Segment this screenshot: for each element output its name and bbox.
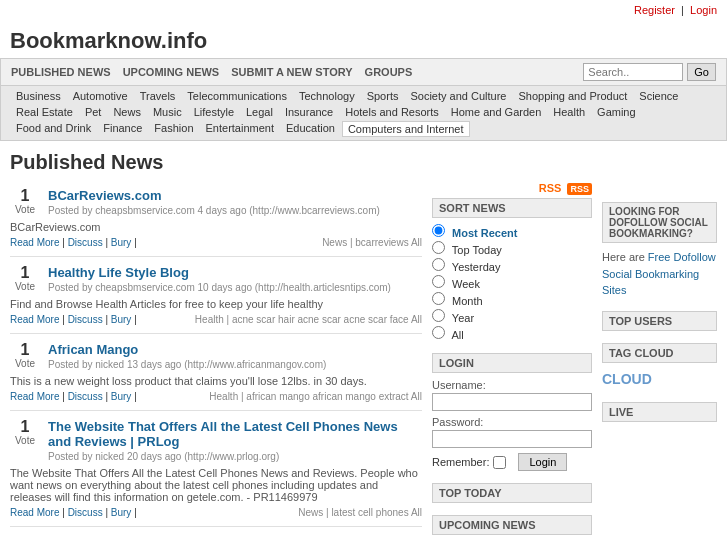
cat-hotels[interactable]: Hotels and Resorts bbox=[340, 105, 444, 119]
news-title[interactable]: The Website That Offers All the Latest C… bbox=[48, 419, 398, 449]
nav-upcoming-news[interactable]: UPCOMING NEWS bbox=[123, 66, 220, 78]
sort-most-recent[interactable]: Most Recent bbox=[432, 224, 592, 239]
cat-insurance[interactable]: Insurance bbox=[280, 105, 338, 119]
sort-month-radio[interactable] bbox=[432, 292, 445, 305]
cat-pet[interactable]: Pet bbox=[80, 105, 107, 119]
vote-count: 1 bbox=[10, 419, 40, 435]
cat-lifestyle[interactable]: Lifestyle bbox=[189, 105, 239, 119]
cat-society[interactable]: Society and Culture bbox=[405, 89, 511, 103]
bury-link[interactable]: Bury bbox=[111, 314, 132, 325]
news-item: 1 Vote BCarReviews.com Posted by cheapsb… bbox=[10, 180, 422, 257]
site-title: Bookmarknow.info bbox=[10, 28, 717, 54]
sort-year-radio[interactable] bbox=[432, 309, 445, 322]
sort-week-label: Week bbox=[452, 278, 480, 290]
content-area: 1 Vote BCarReviews.com Posted by cheapsb… bbox=[10, 180, 422, 545]
read-more-link[interactable]: Read More bbox=[10, 314, 59, 325]
cat-computers[interactable]: Computers and Internet bbox=[342, 121, 470, 137]
login-button[interactable]: Login bbox=[518, 453, 567, 471]
cat-education[interactable]: Education bbox=[281, 121, 340, 137]
cat-telecom[interactable]: Telecommunications bbox=[182, 89, 292, 103]
username-input[interactable] bbox=[432, 393, 592, 411]
read-more-link[interactable]: Read More bbox=[10, 391, 59, 402]
rss-icon: RSS bbox=[567, 183, 592, 195]
sort-year[interactable]: Year bbox=[432, 309, 592, 324]
cat-food[interactable]: Food and Drink bbox=[11, 121, 96, 137]
cat-gaming[interactable]: Gaming bbox=[592, 105, 641, 119]
sort-most-recent-label: Most Recent bbox=[452, 227, 517, 239]
middle-sidebar: RSS RSS SORT NEWS Most Recent Top Today … bbox=[432, 180, 592, 545]
cat-entertainment[interactable]: Entertainment bbox=[201, 121, 279, 137]
sort-all[interactable]: All bbox=[432, 326, 592, 341]
bury-link[interactable]: Bury bbox=[111, 391, 132, 402]
read-more-link[interactable]: Read More bbox=[10, 507, 59, 518]
news-tags: News | latest cell phones All bbox=[298, 507, 422, 518]
cat-fashion[interactable]: Fashion bbox=[149, 121, 198, 137]
sort-week[interactable]: Week bbox=[432, 275, 592, 290]
cat-music[interactable]: Music bbox=[148, 105, 187, 119]
password-input[interactable] bbox=[432, 430, 592, 448]
news-body: African Mango Posted by nicked 13 days a… bbox=[48, 342, 422, 370]
nav-groups[interactable]: GROUPS bbox=[365, 66, 413, 78]
sort-most-recent-radio[interactable] bbox=[432, 224, 445, 237]
cat-news[interactable]: News bbox=[108, 105, 146, 119]
sort-news-title: SORT NEWS bbox=[432, 198, 592, 218]
news-title[interactable]: Healthy Life Style Blog bbox=[48, 265, 189, 280]
vote-label: Vote bbox=[10, 204, 40, 215]
looking-for-text: Here are Free Dofollow Social Bookmarkin… bbox=[602, 249, 717, 299]
discuss-link[interactable]: Discuss bbox=[68, 314, 103, 325]
cat-legal[interactable]: Legal bbox=[241, 105, 278, 119]
news-item: 1 Vote African Mango Posted by nicked 13… bbox=[10, 334, 422, 411]
vote-box: 1 Vote bbox=[10, 419, 40, 446]
cat-homegarden[interactable]: Home and Garden bbox=[446, 105, 547, 119]
cat-realestate[interactable]: Real Estate bbox=[11, 105, 78, 119]
bury-link[interactable]: Bury bbox=[111, 237, 132, 248]
looking-for-section: LOOKING FOR DOFOLLOW SOCIAL BOOKMARKING?… bbox=[602, 202, 717, 299]
register-link[interactable]: Register bbox=[634, 4, 675, 16]
login-link[interactable]: Login bbox=[690, 4, 717, 16]
nav-published-news[interactable]: PUBLISHED NEWS bbox=[11, 66, 111, 78]
search-button[interactable]: Go bbox=[687, 63, 716, 81]
news-tags: Health | acne scar hair acne scar acne s… bbox=[195, 314, 422, 325]
news-title[interactable]: BCarReviews.com bbox=[48, 188, 161, 203]
sort-top-today[interactable]: Top Today bbox=[432, 241, 592, 256]
nav-submit-story[interactable]: SUBMIT A NEW STORY bbox=[231, 66, 352, 78]
nav-search: Go bbox=[583, 63, 716, 81]
right-sidebar: LOOKING FOR DOFOLLOW SOCIAL BOOKMARKING?… bbox=[602, 180, 717, 545]
sort-year-label: Year bbox=[452, 312, 474, 324]
sort-yesterday-label: Yesterday bbox=[452, 261, 501, 273]
news-desc: The Website That Offers All the Latest C… bbox=[10, 467, 422, 503]
sort-yesterday[interactable]: Yesterday bbox=[432, 258, 592, 273]
read-more-link[interactable]: Read More bbox=[10, 237, 59, 248]
remember-checkbox[interactable] bbox=[493, 456, 506, 469]
username-label: Username: bbox=[432, 379, 592, 391]
cat-science[interactable]: Science bbox=[634, 89, 683, 103]
discuss-link[interactable]: Discuss bbox=[68, 237, 103, 248]
cat-shopping[interactable]: Shopping and Product bbox=[513, 89, 632, 103]
news-item: 1 Vote Healthy Life Style Blog Posted by… bbox=[10, 257, 422, 334]
cat-travels[interactable]: Travels bbox=[135, 89, 181, 103]
news-title[interactable]: African Mango bbox=[48, 342, 138, 357]
top-users-section: TOP USERS bbox=[602, 311, 717, 331]
vote-count: 1 bbox=[10, 265, 40, 281]
remember-label: Remember: bbox=[432, 456, 489, 468]
cat-finance[interactable]: Finance bbox=[98, 121, 147, 137]
search-input[interactable] bbox=[583, 63, 683, 81]
cat-technology[interactable]: Technology bbox=[294, 89, 360, 103]
sort-week-radio[interactable] bbox=[432, 275, 445, 288]
news-actions: Read More | Discuss | Bury | News | bcar… bbox=[10, 237, 422, 248]
sort-news-options: Most Recent Top Today Yesterday Week Mon… bbox=[432, 224, 592, 341]
sort-all-radio[interactable] bbox=[432, 326, 445, 339]
cat-business[interactable]: Business bbox=[11, 89, 66, 103]
sort-top-today-radio[interactable] bbox=[432, 241, 445, 254]
discuss-link[interactable]: Discuss bbox=[68, 391, 103, 402]
bury-link[interactable]: Bury bbox=[111, 507, 132, 518]
cat-sports[interactable]: Sports bbox=[362, 89, 404, 103]
vote-count: 1 bbox=[10, 342, 40, 358]
cat-automotive[interactable]: Automotive bbox=[68, 89, 133, 103]
news-actions: Read More | Discuss | Bury | Health | af… bbox=[10, 391, 422, 402]
discuss-link[interactable]: Discuss bbox=[68, 507, 103, 518]
sort-month[interactable]: Month bbox=[432, 292, 592, 307]
upcoming-news-title: UPCOMING NEWS bbox=[432, 515, 592, 535]
sort-yesterday-radio[interactable] bbox=[432, 258, 445, 271]
cat-health[interactable]: Health bbox=[548, 105, 590, 119]
